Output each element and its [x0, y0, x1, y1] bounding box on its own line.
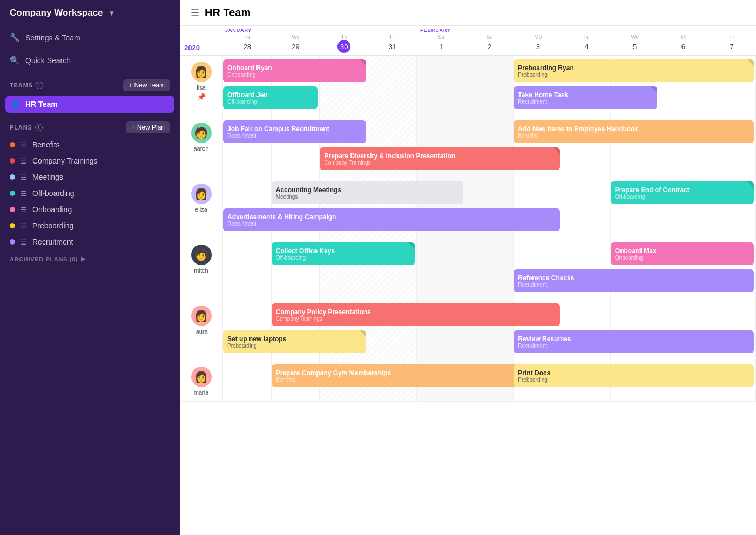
- person-name-mitch: mitch: [194, 267, 208, 274]
- day-name: Sa: [418, 34, 464, 40]
- task-bar-job-fair-on-campus-recruitment[interactable]: Job Fair on Campus Recruitment Recruitme…: [223, 120, 366, 143]
- plan-item-onboarding[interactable]: ☰ Onboarding: [0, 201, 180, 218]
- plans-info-icon[interactable]: i: [35, 124, 43, 131]
- overlay-eliza: Accounting Meetings Meetings Prepare End…: [223, 178, 756, 239]
- task-bar-collect-office-keys[interactable]: Collect Office Keys Off-boarding: [272, 242, 415, 265]
- day-num: 1: [435, 40, 448, 53]
- person-name-eliza: eliza: [195, 206, 207, 213]
- plan-item-offboarding[interactable]: ☰ Off-boarding: [0, 185, 180, 201]
- day-cell-3: Fr 31: [368, 33, 417, 55]
- calendar-days-header: JANUARYFEBRUARY Tu 28 We 29 Th 30 Fr 31 …: [223, 26, 756, 55]
- new-plan-button[interactable]: + New Plan: [126, 121, 170, 133]
- task-plan: Preboarding: [518, 72, 750, 78]
- day-cell-4: Sa 1: [417, 33, 465, 55]
- task-plan: Off-boarding: [615, 194, 750, 200]
- task-bar-preboarding-ryan[interactable]: Preboarding Ryan Preboarding: [514, 59, 754, 82]
- task-title: Add New Items to Employee Handbook: [518, 125, 750, 133]
- settings-icon: 🔧: [10, 33, 20, 43]
- task-bar-prepare-end-of-contract[interactable]: Prepare End of Contract Off-boarding: [611, 181, 754, 204]
- plan-icon: ☰: [21, 141, 27, 149]
- day-num: 3: [531, 40, 544, 53]
- plan-item-preboarding[interactable]: ☰ Preboarding: [0, 218, 180, 234]
- avatar-maria: 👩: [191, 367, 212, 387]
- plan-item-recruitment[interactable]: ☰ Recruitment: [0, 234, 180, 250]
- corner-marker: [651, 86, 657, 93]
- task-bar-set-up-new-laptops[interactable]: Set up new laptops Preboarding: [223, 330, 366, 353]
- corner-marker: [554, 147, 560, 154]
- task-plan: Recruitment: [518, 282, 750, 288]
- year-label: 2020: [180, 26, 223, 55]
- task-plan: Onboarding: [615, 255, 750, 261]
- task-bar-print-docs[interactable]: Print Docs Preboarding: [514, 364, 754, 387]
- tasks-col-laura: Company Policy Presentations Company Tra…: [223, 300, 756, 361]
- workspace-header[interactable]: Company Workspace ▾: [0, 0, 180, 26]
- task-title: Print Docs: [518, 369, 750, 377]
- day-num: 4: [580, 40, 593, 53]
- page-title: HR Team: [205, 6, 251, 19]
- day-num: 2: [483, 40, 496, 53]
- archived-plans-item[interactable]: ARCHIVED PLANS (0) ▶: [0, 250, 180, 268]
- quick-search-item[interactable]: 🔍 Quick Search: [0, 49, 180, 72]
- plan-name: Benefits: [32, 140, 60, 149]
- day-cell-1: We 29: [272, 33, 320, 55]
- task-title: Prepare Diversity & Inclusion Presentati…: [324, 152, 556, 160]
- plan-item-company-trainings[interactable]: ☰ Company Trainings: [0, 153, 180, 169]
- menu-icon[interactable]: ☰: [191, 7, 199, 19]
- person-row-aaron: 🧑 aaron Job Fair on Campus Recruitment R…: [180, 117, 756, 178]
- corner-marker: [408, 242, 415, 249]
- settings-team-label: Settings & Team: [25, 33, 80, 42]
- task-bar-company-policy-presentations[interactable]: Company Policy Presentations Company Tra…: [272, 303, 560, 326]
- task-bar-onboard-max[interactable]: Onboard Max Onboarding: [611, 242, 754, 265]
- task-title: Take Home Task: [518, 91, 652, 99]
- day-num: 28: [241, 40, 254, 53]
- day-cell-8: We 5: [611, 33, 659, 55]
- person-row-maria: 👩 maria Prepare Company Gym Memberships …: [180, 361, 756, 402]
- task-plan: Off-boarding: [227, 99, 313, 105]
- task-bar-onboard-ryan[interactable]: Onboard Ryan Onboarding: [223, 59, 366, 82]
- task-bar-offboard-jen[interactable]: Offboard Jen Off-boarding: [223, 86, 318, 109]
- day-name: Th: [660, 34, 707, 40]
- plan-dot: [10, 191, 15, 196]
- teams-info-icon[interactable]: i: [36, 82, 43, 89]
- avatar-col-eliza: 👩 eliza: [180, 178, 223, 239]
- task-bar-review-resumes[interactable]: Review Resumes Recruitment: [514, 330, 754, 353]
- task-bar-advertisements-&-hiring-campai[interactable]: Advertisements & Hiring Campaign Recruit…: [223, 208, 560, 231]
- task-bar-take-home-task[interactable]: Take Home Task Recruitment: [514, 86, 657, 109]
- day-cell-10: Fr 7: [707, 33, 756, 55]
- task-bar-prepare-diversity-&-inclusion-[interactable]: Prepare Diversity & Inclusion Presentati…: [320, 147, 560, 170]
- plan-icon: ☰: [21, 238, 27, 246]
- chevron-right-icon: ▶: [81, 255, 86, 262]
- person-name-lisa: lisa: [197, 84, 206, 91]
- plan-item-benefits[interactable]: ☰ Benefits: [0, 137, 180, 153]
- task-bar-accounting-meetings[interactable]: Accounting Meetings Meetings: [272, 181, 463, 204]
- day-num: 29: [289, 40, 302, 53]
- pin-icon: 📌: [197, 93, 206, 101]
- task-title: Review Resumes: [518, 335, 750, 343]
- day-name: Th: [321, 34, 367, 40]
- plan-dot: [10, 207, 15, 212]
- task-plan: Meetings: [276, 194, 459, 200]
- overlay-aaron: Job Fair on Campus Recruitment Recruitme…: [223, 117, 756, 178]
- plan-item-meetings[interactable]: ☰ Meetings: [0, 169, 180, 185]
- new-team-button[interactable]: + New Team: [123, 79, 170, 91]
- task-title: Preboarding Ryan: [518, 64, 750, 72]
- task-title: Advertisements & Hiring Campaign: [227, 213, 556, 221]
- calendar-wrapper[interactable]: 2020 JANUARYFEBRUARY Tu 28 We 29 Th 30 F…: [180, 26, 756, 535]
- day-num: 7: [725, 40, 738, 53]
- day-name: Mo: [515, 34, 561, 40]
- plan-icon: ☰: [21, 189, 27, 198]
- task-title: Prepare End of Contract: [615, 186, 750, 194]
- person-name-laura: laura: [194, 328, 207, 335]
- hr-team-item[interactable]: 👤 HR Team: [5, 96, 174, 113]
- settings-team-item[interactable]: 🔧 Settings & Team: [0, 26, 180, 49]
- task-plan: Preboarding: [518, 377, 750, 383]
- task-title: Offboard Jen: [227, 91, 313, 99]
- day-cell-6: Mo 3: [514, 33, 562, 55]
- task-plan: Recruitment: [518, 99, 652, 105]
- sidebar: Company Workspace ▾ 🔧 Settings & Team 🔍 …: [0, 0, 180, 535]
- task-bar-add-new-items-to-employee-hand[interactable]: Add New Items to Employee Handbook Benef…: [514, 120, 754, 143]
- plan-dot: [10, 158, 15, 164]
- task-bar-reference-checks[interactable]: Reference Checks Recruitment: [514, 269, 754, 292]
- task-title: Onboard Ryan: [227, 64, 362, 72]
- overlay-lisa: Onboard Ryan Onboarding Preboarding Ryan…: [223, 56, 756, 117]
